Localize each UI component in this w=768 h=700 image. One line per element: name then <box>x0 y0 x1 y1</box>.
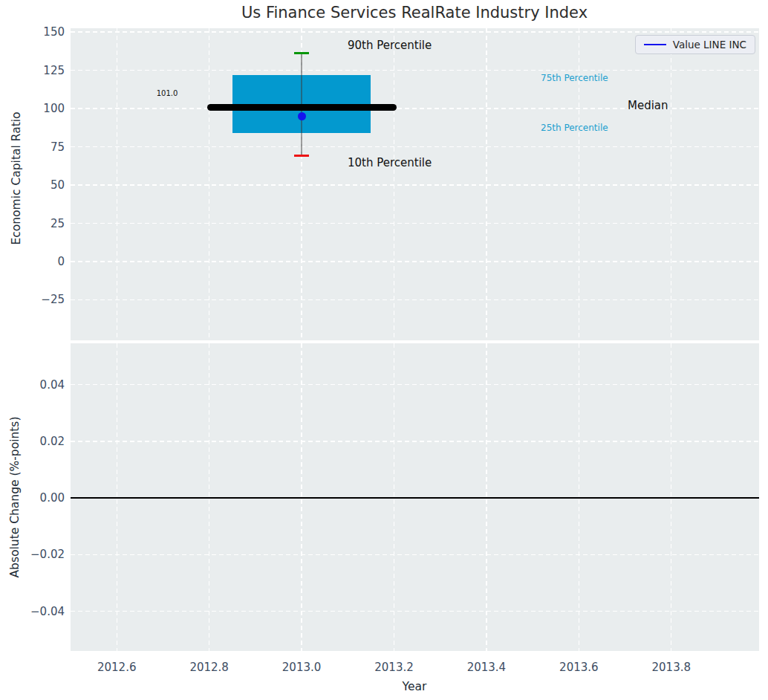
p90-cap <box>294 52 309 54</box>
legend: Value LINE INC <box>635 35 755 54</box>
x-tick-label: 2013.2 <box>374 661 414 674</box>
x-tick-label: 2013.4 <box>467 661 507 674</box>
y-tick-label: 125 <box>0 64 65 77</box>
y-tick-label: 0.00 <box>0 491 65 505</box>
y-tick-label: 0.02 <box>0 435 65 448</box>
x-axis-label: Year <box>403 680 427 693</box>
y-tick-label: 0 <box>0 255 65 268</box>
gridline-horizontal <box>71 261 759 262</box>
gridline-horizontal <box>71 31 759 32</box>
p10-cap <box>294 155 309 157</box>
annotation: 25th Percentile <box>541 123 608 133</box>
annotation: 75th Percentile <box>541 73 608 83</box>
x-tick-label: 2012.8 <box>189 661 229 674</box>
y-tick-label: −25 <box>0 293 65 306</box>
median-line <box>207 104 397 111</box>
y-tick-label: 50 <box>0 178 65 192</box>
figure-canvas: Us Finance Services RealRate Industry In… <box>0 0 768 700</box>
y-tick-label: 25 <box>0 217 65 230</box>
annotation: Median <box>628 99 668 112</box>
annotation: 10th Percentile <box>348 156 432 169</box>
x-tick-label: 2013.0 <box>282 661 322 674</box>
x-tick-label: 2012.6 <box>97 661 137 674</box>
gridline-horizontal <box>71 70 759 71</box>
company-value-dot <box>298 112 306 120</box>
gridline-horizontal <box>71 441 759 441</box>
x-tick-label: 2013.6 <box>559 661 599 674</box>
gridline-horizontal <box>71 184 759 185</box>
chart-title: Us Finance Services RealRate Industry In… <box>241 4 588 22</box>
gridline-horizontal <box>71 384 759 385</box>
gridline-horizontal <box>71 223 759 224</box>
annotation: 90th Percentile <box>348 39 432 52</box>
x-tick-label: 2013.8 <box>652 661 691 674</box>
gridline-horizontal <box>71 554 759 555</box>
legend-line-swatch <box>644 44 666 46</box>
legend-label: Value LINE INC <box>673 39 746 51</box>
y-tick-label: −0.04 <box>0 605 65 618</box>
top-subplot-boxplot: Value LINE INC 101.090th Percentile10th … <box>71 28 759 340</box>
y-tick-label: −0.02 <box>0 548 65 561</box>
y-tick-label: 100 <box>0 102 65 115</box>
gridline-horizontal <box>71 146 759 147</box>
annotation: 101.0 <box>157 89 178 97</box>
gridline-horizontal <box>71 299 759 300</box>
y-tick-label: 150 <box>0 25 65 39</box>
zero-line <box>71 497 759 499</box>
bottom-subplot-change <box>71 343 759 651</box>
y-tick-label: 75 <box>0 140 65 154</box>
y-tick-label: 0.04 <box>0 378 65 392</box>
gridline-horizontal <box>71 611 759 612</box>
